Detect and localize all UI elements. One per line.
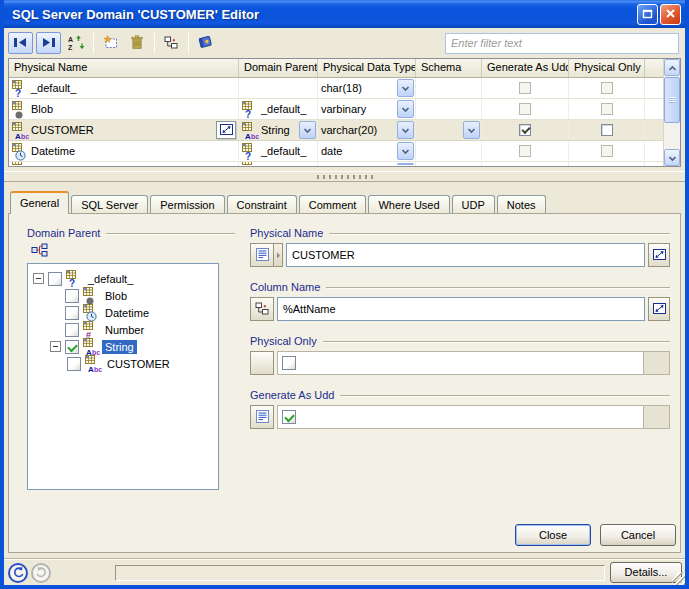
tree-item[interactable]: Abc CUSTOMER [28,355,218,372]
expand-editor-button[interactable] [648,297,670,321]
tree-checkbox[interactable] [65,323,79,337]
blank-button[interactable] [250,351,274,375]
delete-button[interactable] [125,32,149,54]
dropdown-button[interactable] [397,100,414,118]
tab-sql-server[interactable]: SQL Server [71,195,148,214]
undo-button[interactable] [8,563,28,583]
tree-item-selected[interactable]: Abc String [28,338,218,355]
domain-icon: Abc [12,122,29,139]
splitter[interactable] [4,171,685,182]
tab-notes[interactable]: Notes [497,195,546,214]
column-header-domain-parent[interactable]: Domain Parent [239,59,318,77]
maximize-button[interactable] [637,4,658,25]
column-name-input[interactable] [277,297,645,321]
physical-only-checkbox[interactable] [601,103,613,115]
dropdown-button[interactable] [397,79,414,97]
generate-as-udd-checkbox[interactable] [519,145,531,157]
close-button[interactable]: Close [515,524,591,546]
physical-only-checkbox[interactable] [601,82,613,94]
table-row-selected[interactable]: Abc CUSTOMER Abc String varchar(20) [9,120,680,141]
expand-editor-button[interactable] [216,121,236,139]
hierarchy-button[interactable] [159,32,183,54]
inherit-button[interactable] [250,297,274,321]
tree-item[interactable]: Datetime [28,304,218,321]
column-header-physical-data-type[interactable]: Physical Data Type [318,59,416,77]
abc-icon: Abc [245,131,260,140]
sort-az-button[interactable]: AZ [64,32,88,54]
chevron-up-icon [668,65,677,71]
dropdown-button[interactable] [397,163,414,165]
scroll-down-button[interactable] [664,149,680,166]
generate-as-udd-checkbox[interactable] [519,124,531,136]
cancel-button[interactable]: Cancel [600,524,676,546]
svg-text:bc: bc [21,133,29,140]
column-header-schema[interactable]: Schema [416,59,482,77]
tree-checkbox[interactable] [65,306,79,320]
vertical-scrollbar[interactable] [663,59,680,166]
tree-item[interactable]: Blob [28,287,218,304]
domain-tree-toolbar-icon[interactable] [31,243,235,257]
tree-item[interactable]: # Number [28,321,218,338]
tree-collapse-toggle[interactable] [33,273,44,284]
tree-checkbox[interactable] [65,289,79,303]
dropdown-button[interactable] [299,121,316,139]
physical-only-checkbox[interactable] [601,124,613,136]
previous-button[interactable] [8,32,33,54]
tree-item[interactable]: ? _default_ [28,270,218,287]
column-header-filler [645,59,663,77]
physical-name-input[interactable] [286,243,645,267]
tree-checkbox[interactable] [48,272,62,286]
tree-checkbox[interactable] [65,340,79,354]
close-window-button[interactable] [660,4,681,25]
list-button[interactable] [250,405,274,429]
cell-generate-as-udd [482,78,569,98]
column-header-physical-name[interactable]: Physical Name [9,59,239,77]
cell-domain-parent: ? _default_ [239,99,318,119]
domain-icon: ? [12,80,29,97]
column-header-physical-only[interactable]: Physical Only [569,59,645,77]
cell-generate-as-udd [482,141,569,161]
physical-only-checkbox[interactable] [601,145,613,157]
physical-only-checkbox[interactable] [282,356,296,370]
next-button[interactable] [36,32,61,54]
tab-general[interactable]: General [10,191,69,214]
tab-constraint[interactable]: Constraint [227,195,297,214]
generate-as-udd-checkbox[interactable] [519,82,531,94]
domain-icon [83,287,100,304]
filter-input[interactable] [445,33,679,54]
redo-icon [35,566,48,581]
scrollbar-thumb[interactable] [664,77,680,123]
cell-schema [416,162,482,166]
dictionary-button[interactable] [193,32,217,54]
table-row-partial[interactable] [9,162,680,166]
column-header-generate-as-udd[interactable]: Generate As Udd [482,59,569,77]
resize-grip[interactable] [672,572,685,585]
list-button[interactable] [250,243,274,267]
domain-icon: Abc [85,355,102,372]
expand-editor-button[interactable] [648,243,670,267]
tree-hierarchy-icon [31,247,48,259]
redo-button[interactable] [31,563,51,583]
tab-comment[interactable]: Comment [299,195,367,214]
generate-as-udd-checkbox[interactable] [282,410,296,424]
titlebar: SQL Server Domain 'CUSTOMER' Editor [4,0,685,28]
field-end-cap [644,351,670,375]
dropdown-button[interactable] [397,142,414,160]
table-row[interactable]: ? _default_ char(18) [9,78,680,99]
tab-udp[interactable]: UDP [452,195,495,214]
dropdown-button[interactable] [463,121,480,139]
mini-arrow-button[interactable] [274,243,283,267]
tab-where-used[interactable]: Where Used [368,195,449,214]
generate-as-udd-checkbox[interactable] [519,103,531,115]
new-domain-button[interactable] [98,32,122,54]
clock-icon [15,150,26,161]
tree-collapse-toggle[interactable] [50,341,61,352]
table-row[interactable]: Blob ? _default_ varbinary [9,99,680,120]
tree-checkbox[interactable] [67,357,81,371]
scroll-up-button[interactable] [664,59,680,76]
tab-permission[interactable]: Permission [150,195,224,214]
dropdown-button[interactable] [397,121,414,139]
tree-item-label: Blob [102,289,130,303]
tree-item-label: Number [102,323,147,337]
table-row[interactable]: Datetime ? _default_ date [9,141,680,162]
